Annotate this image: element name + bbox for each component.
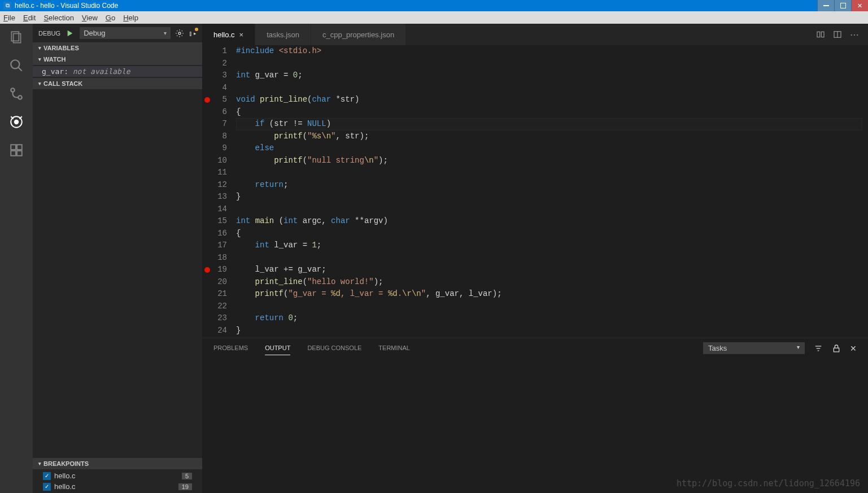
chevron-down-icon: ▾ <box>797 344 800 352</box>
breakpoint-item[interactable]: ✓hello.c5 <box>33 470 202 481</box>
search-icon[interactable] <box>8 58 24 73</box>
breakpoints-body: ✓hello.c5✓hello.c19 <box>33 469 202 493</box>
close-window-button[interactable] <box>851 0 868 11</box>
bottom-panel: PROBLEMSOUTPUTDEBUG CONSOLETERMINAL Task… <box>202 338 868 493</box>
callstack-header[interactable]: CALL STACK <box>33 78 202 89</box>
panel-tab-output[interactable]: OUTPUT <box>265 341 290 355</box>
titlebar: ⧉ hello.c - hello - Visual Studio Code <box>0 0 868 11</box>
debug-config-select[interactable]: Debug ▾ <box>80 27 171 39</box>
variables-header[interactable]: VARIABLES <box>33 42 202 54</box>
menu-edit[interactable]: Edit <box>23 14 36 22</box>
tab-tasks-json[interactable]: tasks.json <box>255 24 311 45</box>
watermark: http://blog.csdn.net/lidong_12664196 <box>677 478 860 488</box>
svg-rect-10 <box>11 145 16 150</box>
menu-go[interactable]: Go <box>106 14 115 22</box>
filter-icon[interactable] <box>814 344 823 353</box>
compare-icon[interactable] <box>816 30 825 39</box>
activity-bar <box>0 24 33 493</box>
output-content: http://blog.csdn.net/lidong_12664196 <box>202 358 868 493</box>
split-editor-icon[interactable] <box>833 30 842 39</box>
window-title: hello.c - hello - Visual Studio Code <box>15 2 118 10</box>
gear-icon[interactable] <box>175 29 184 38</box>
checkbox-icon[interactable]: ✓ <box>43 483 51 491</box>
extensions-icon[interactable] <box>8 142 24 158</box>
code-editor[interactable]: 123456789101112131415161718192021222324#… <box>202 45 868 338</box>
source-control-icon[interactable] <box>8 86 24 102</box>
panel-tab-terminal[interactable]: TERMINAL <box>378 341 410 355</box>
watch-item[interactable]: g_var: not available <box>33 66 202 77</box>
svg-rect-13 <box>17 151 22 156</box>
svg-point-14 <box>178 32 181 34</box>
breakpoints-header[interactable]: BREAKPOINTS <box>33 458 202 469</box>
tab-hello-c[interactable]: hello.c× <box>202 24 255 45</box>
breakpoint-item[interactable]: ✓hello.c19 <box>33 481 202 492</box>
svg-point-4 <box>11 88 15 92</box>
close-tab-icon[interactable]: × <box>239 30 244 39</box>
debug-sidebar: DEBUG Debug ▾ ⫾▸ VARIABLES WATCH g_var: … <box>33 24 202 493</box>
more-icon[interactable]: ⋯ <box>850 29 860 40</box>
debug-label: DEBUG <box>38 30 60 37</box>
watch-header[interactable]: WATCH <box>33 54 202 65</box>
tab-c_cpp_properties-json[interactable]: c_cpp_properties.json <box>311 24 406 45</box>
panel-tab-debug-console[interactable]: DEBUG CONSOLE <box>307 341 361 355</box>
close-panel-icon[interactable]: ✕ <box>850 344 857 353</box>
checkbox-icon[interactable]: ✓ <box>43 472 51 480</box>
app-icon: ⧉ <box>3 2 11 10</box>
menu-help[interactable]: Help <box>123 14 138 22</box>
svg-point-2 <box>11 60 19 68</box>
svg-rect-22 <box>834 348 839 352</box>
watch-body: g_var: not available <box>33 65 202 78</box>
menu-file[interactable]: File <box>3 14 15 22</box>
panel-tab-problems[interactable]: PROBLEMS <box>213 341 248 355</box>
svg-rect-11 <box>17 145 22 150</box>
explorer-icon[interactable] <box>8 29 24 45</box>
menubar: FileEditSelectionViewGoHelp <box>0 11 868 24</box>
start-debug-button[interactable] <box>65 28 75 38</box>
svg-rect-12 <box>11 151 16 156</box>
svg-point-5 <box>18 95 22 99</box>
editor-tabs: hello.c×tasks.jsonc_cpp_properties.json … <box>202 24 868 45</box>
debug-console-icon[interactable]: ⫾▸ <box>189 29 197 38</box>
debug-icon[interactable] <box>8 114 24 130</box>
menu-selection[interactable]: Selection <box>43 14 73 22</box>
callstack-body <box>33 89 202 458</box>
output-channel-select[interactable]: Tasks ▾ <box>703 342 805 354</box>
svg-rect-16 <box>821 32 824 37</box>
svg-point-7 <box>15 120 19 124</box>
lock-icon[interactable] <box>832 344 841 353</box>
menu-view[interactable]: View <box>82 14 98 22</box>
svg-line-3 <box>18 67 22 71</box>
maximize-button[interactable] <box>834 0 851 11</box>
breakpoint-dot[interactable] <box>204 97 210 103</box>
chevron-down-icon: ▾ <box>164 30 167 36</box>
minimize-button[interactable] <box>817 0 834 11</box>
breakpoint-dot[interactable] <box>204 267 210 273</box>
svg-rect-15 <box>817 32 820 37</box>
